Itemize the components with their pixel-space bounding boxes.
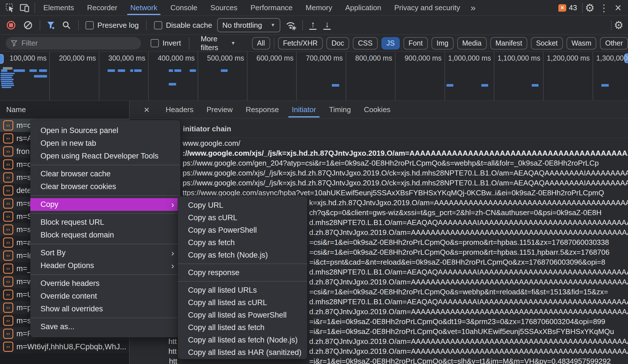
network-overview-timeline[interactable]: 100,000 ms200,000 ms300,000 ms400,000 ms… (0, 52, 628, 101)
menu-item-show-all-overrides[interactable]: Show all overrides (30, 303, 180, 315)
tab-recorder[interactable]: Recorder (80, 0, 124, 16)
chip-font[interactable]: Font (403, 37, 428, 50)
chip-doc[interactable]: Doc (326, 37, 349, 50)
initiator-url[interactable]: d.mhs28NPTE70.L.B1.O/am=AEAQAQAAAAAAAAIA… (309, 267, 628, 277)
tab-memory[interactable]: Memory (299, 0, 339, 16)
detail-tab-headers[interactable]: Headers (159, 101, 200, 118)
menu-item-copy-all-listed-as-har-sanitized[interactable]: Copy all listed as HAR (sanitized) (178, 346, 307, 359)
device-toolbar-icon[interactable] (19, 2, 31, 14)
initiator-url[interactable]: =i&r=1&ei=0k9saZ-0E8Hh2roPrLCpmQo&dt19=3… (309, 317, 605, 326)
tab-console[interactable]: Console (164, 0, 204, 16)
menu-item-save-as[interactable]: Save as... (30, 320, 180, 333)
initiator-url[interactable]: d.zh.87QJntvJgxo.2019.O/am=AAAAAAAAAAAAA… (309, 347, 628, 356)
tab-network[interactable]: Network (124, 0, 164, 16)
chip-img[interactable]: Img (432, 37, 454, 50)
initiator-url[interactable]: =csi&r=1&ei=0k9saZ-0E8Hh2roPrLCpmQo&s=pr… (309, 238, 609, 247)
chip-media[interactable]: Media (457, 37, 487, 50)
filter-input[interactable] (21, 38, 136, 48)
tab-application[interactable]: Application (339, 0, 388, 16)
detail-tab-initiator[interactable]: Initiator (285, 101, 322, 118)
menu-item-copy-as-powershell[interactable]: Copy as PowerShell (178, 224, 307, 236)
name-column-header[interactable]: Name (0, 101, 129, 119)
chip-socket[interactable]: Socket (531, 37, 563, 50)
initiator-url[interactable]: d.zh.87QJntvJgxo.2019.O/am=AAAAAAAAAAAAA… (309, 337, 628, 346)
menu-item-copy-as-fetch[interactable]: Copy as fetch (178, 236, 307, 249)
initiator-url[interactable]: =csi&r=1&ei=0k9saZ-0E8Hh2roPrLCpmQo&s=pr… (309, 248, 609, 257)
initiator-url[interactable]: =i&r=1&ei=0k9saZ-0E8Hh2roPrLCpmQo&ct=slh… (309, 357, 611, 364)
initiator-url[interactable]: k=xjs.hd.zh.87QJntvJgxo.2019.O/am=AAAAAA… (309, 198, 628, 207)
filter-funnel-icon[interactable] (46, 20, 55, 30)
menu-item-copy-url[interactable]: Copy URL (178, 199, 307, 211)
menu-item-override-content[interactable]: Override content (30, 290, 180, 303)
search-icon[interactable] (62, 20, 71, 30)
initiator-url[interactable]: d.mhs28NPTE70.L.B1.O/am=AEAQAQAAAAAAAAIA… (309, 297, 628, 306)
chip-css[interactable]: CSS (353, 37, 377, 50)
network-settings-gear-icon[interactable]: ⚙ (612, 19, 626, 31)
menu-item-open-using-react-developer-tools[interactable]: Open using React Developer Tools (30, 150, 180, 162)
menu-item-open-in-sources-panel[interactable]: Open in Sources panel (30, 124, 180, 137)
menu-item-clear-browser-cache[interactable]: Clear browser cache (30, 168, 180, 180)
network-conditions-icon[interactable] (285, 20, 297, 30)
menu-item-copy-all-listed-as-fetch[interactable]: Copy all listed as fetch (178, 321, 307, 334)
settings-gear-icon[interactable]: ⚙ (583, 2, 597, 14)
initiator-url[interactable]: htt (169, 357, 177, 364)
initiator-url[interactable]: =i&r=1&ei=0k9saZ-0E8Hh2roPrLCpmQo&vet=10… (309, 327, 614, 336)
menu-item-block-request-url[interactable]: Block request URL (30, 216, 180, 229)
chip-other[interactable]: Other (600, 37, 628, 50)
initiator-url[interactable]: =i&ct=psnt&cad=&nt=reload&ei=0k9saZ-0E8H… (309, 258, 605, 267)
chip-fetch-xhr[interactable]: Fetch/XHR (278, 37, 323, 50)
chip-wasm[interactable]: Wasm (567, 37, 597, 50)
preserve-log-checkbox[interactable] (86, 21, 94, 29)
export-har-icon[interactable]: ↓ (323, 21, 331, 30)
more-filters-dropdown[interactable]: More filters ▼ (201, 35, 236, 52)
menu-item-copy-all-listed-as-curl[interactable]: Copy all listed as cURL (178, 296, 307, 309)
import-har-icon[interactable]: ↑ (309, 21, 317, 30)
menu-item-copy-as-curl[interactable]: Copy as cURL (178, 211, 307, 224)
disable-cache-checkbox[interactable] (154, 21, 162, 29)
inspect-element-icon[interactable] (4, 2, 16, 14)
close-devtools-icon[interactable]: × (611, 1, 625, 14)
invert-checkbox[interactable] (151, 39, 159, 47)
menu-item-copy-all-listed-as-fetch-node-js[interactable]: Copy all listed as fetch (Node.js) (178, 334, 307, 346)
initiator-url[interactable]: ://www.google.com/xjs/_/js/k=xjs.hd.zh.8… (183, 149, 628, 158)
initiator-url[interactable]: d.zh.87QJntvJgxo.2019.O/am=AAAAAAAAAAAAA… (309, 277, 628, 286)
initiator-url[interactable]: ch?q&cp=0&client=gws-wiz&xssi=t&gs_pcrt=… (309, 208, 602, 217)
initiator-url[interactable]: d.mhs28NPTE70.L.B1.O/am=AEAQAQAAAAAAAAIA… (309, 218, 628, 227)
initiator-url[interactable]: d.zh.87QJntvJgxo.2019.O/am=AAAAAAAAAAAAA… (309, 307, 628, 316)
menu-item-header-options[interactable]: Header Options› (30, 259, 180, 272)
initiator-url[interactable]: d.zh.87QJntvJgxo.2019.O/am=AAAAAAAAAAAAA… (309, 228, 628, 237)
menu-item-copy-all-listed-urls[interactable]: Copy all listed URLs (178, 284, 307, 296)
menu-item-copy-all-listed-as-powershell[interactable]: Copy all listed as PowerShell (178, 309, 307, 321)
initiator-url[interactable]: htt (168, 347, 177, 356)
detail-tab-timing[interactable]: Timing (322, 101, 357, 118)
chip-js[interactable]: JS (381, 37, 400, 50)
throttling-select[interactable]: No throttling ▼ (217, 18, 280, 32)
close-detail-icon[interactable]: × (140, 104, 153, 115)
request-row[interactable]: ‹›m=Wt6vjf,hhhU8,FCpbqb,WhJ... (0, 340, 129, 353)
menu-item-block-request-domain[interactable]: Block request domain (30, 229, 180, 241)
tab-privacy-and-security[interactable]: Privacy and security (388, 0, 467, 16)
kebab-menu-icon[interactable]: ⋮ (597, 2, 611, 14)
initiator-url[interactable]: ps://www.google.com/gen_204?atyp=csi&r=1… (183, 159, 599, 168)
initiator-url[interactable]: =csi&r=1&ei=0k9saZ-0E8Hh2roPrLCpmQo&s=we… (309, 287, 608, 296)
record-network-log-icon[interactable] (6, 20, 16, 30)
initiator-url[interactable]: ps://www.google.com/xjs/_/js/k=xjs.hd.zh… (183, 168, 628, 177)
menu-item-copy[interactable]: Copy› (30, 198, 180, 211)
chip-manifest[interactable]: Manifest (490, 37, 527, 50)
tab-elements[interactable]: Elements (37, 0, 80, 16)
menu-item-clear-browser-cookies[interactable]: Clear browser cookies (30, 180, 180, 193)
initiator-url[interactable]: ps://www.google.com/xjs/_/js/k=xjs.hd.zh… (183, 178, 628, 187)
detail-tab-cookies[interactable]: Cookies (357, 101, 397, 118)
menu-item-override-headers[interactable]: Override headers (30, 277, 180, 290)
chip-all[interactable]: All (252, 37, 270, 50)
tab-sources[interactable]: Sources (204, 0, 244, 16)
menu-item-copy-as-fetch-node-js[interactable]: Copy as fetch (Node.js) (178, 249, 307, 261)
detail-tab-response[interactable]: Response (239, 101, 285, 118)
initiator-url[interactable]: htt (168, 337, 177, 346)
clear-network-log-icon[interactable] (23, 20, 33, 30)
menu-item-sort-by[interactable]: Sort By› (30, 247, 180, 259)
issues-badge[interactable]: ✕ 43 (558, 3, 577, 12)
menu-item-open-in-new-tab[interactable]: Open in new tab (30, 137, 180, 150)
initiator-url[interactable]: www.google.com/ (183, 139, 240, 148)
more-panels-icon[interactable]: » (471, 3, 476, 13)
